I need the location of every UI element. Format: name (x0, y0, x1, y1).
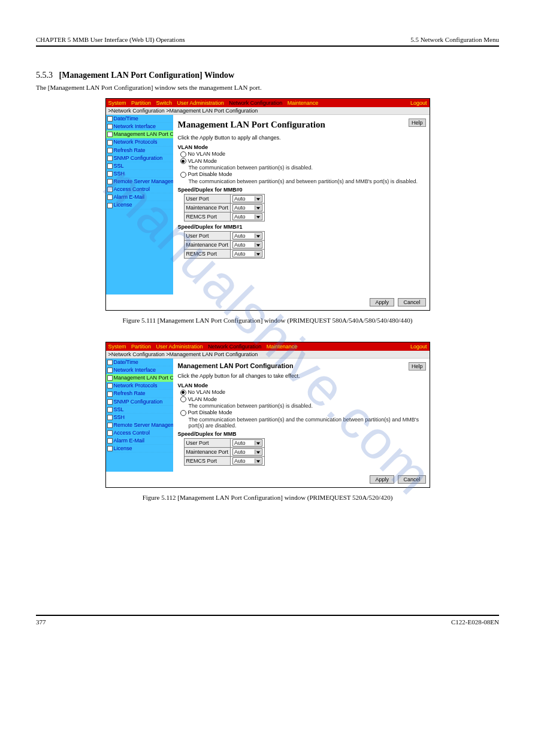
select-maint-port[interactable]: Auto (232, 448, 262, 456)
select-user-port-0[interactable]: Auto (232, 195, 262, 202)
select-remcs-port-1[interactable]: Auto (232, 250, 262, 257)
speed-duplex-table-mmb: User PortAuto Maintenance PortAuto REMCS… (184, 438, 265, 466)
page-title-2: Management LAN Port Configuration (178, 362, 425, 369)
nav-alarm-email[interactable]: Alarm E-Mail (106, 193, 173, 201)
menu-partition-2[interactable]: Partition (131, 344, 151, 350)
table-row: Maintenance PortAuto (184, 240, 265, 249)
row-label: Maintenance Port (184, 240, 231, 249)
nav-license[interactable]: License (106, 201, 173, 209)
row-label: User Port (184, 194, 231, 203)
menu-system[interactable]: System (108, 100, 126, 106)
nav-mgmt-lan-port-2[interactable]: Management LAN Port Configura (106, 374, 173, 382)
menu-maintenance-2[interactable]: Maintenance (267, 344, 298, 350)
logout-link-2[interactable]: Logout (410, 342, 427, 351)
nav-alarm-email-2[interactable]: Alarm E-Mail (106, 437, 173, 445)
speed-duplex-mmb1-label: Speed/Duplex for MMB#1 (178, 224, 425, 230)
select-remcs-port-0[interactable]: Auto (232, 213, 262, 220)
help-button[interactable]: Help (409, 119, 426, 127)
nav-ssh[interactable]: SSH (106, 170, 173, 178)
nav-refresh-rate[interactable]: Refresh Rate (106, 147, 173, 154)
apply-button-2[interactable]: Apply (370, 475, 394, 484)
figure-2-caption: Figure 5.112 [Management LAN Port Config… (36, 494, 499, 501)
section-title: [Management LAN Port Configuration] Wind… (59, 71, 235, 80)
page-title: Management LAN Port Configuration (178, 120, 425, 130)
nav-snmp[interactable]: SNMP Configuration (106, 154, 173, 162)
vlan-desc-2: The communication between partition(s) i… (189, 403, 425, 409)
menu-network-config-2[interactable]: Network Configuration (208, 344, 261, 350)
select-user-port-1[interactable]: Auto (232, 232, 262, 239)
section-number: 5.5.3 (36, 71, 53, 80)
menu-switch[interactable]: Switch (156, 100, 173, 106)
bottom-rule (36, 615, 499, 616)
row-label: User Port (184, 438, 231, 447)
radio-port-disable[interactable]: Port Disable Mode (180, 171, 425, 178)
menu-network-config[interactable]: Network Configuration (229, 100, 282, 106)
select-maint-port-0[interactable]: Auto (232, 204, 262, 211)
nav-remote-server-mgmt[interactable]: Remote Server Management (106, 178, 173, 186)
table-row: User PortAuto (184, 231, 265, 240)
nav-access-control-2[interactable]: Access Control (106, 429, 173, 437)
radio-no-vlan[interactable]: No VLAN Mode (180, 151, 425, 157)
speed-duplex-table-mmb1: User PortAuto Maintenance PortAuto REMCS… (184, 231, 265, 259)
menu-maintenance[interactable]: Maintenance (288, 100, 319, 106)
footer-right: C122-E028-08EN (451, 618, 499, 626)
radio-vlan-2[interactable]: VLAN Mode (180, 396, 425, 403)
nav-license-2[interactable]: License (106, 445, 173, 453)
nav-remote-server-mgmt-2[interactable]: Remote Server Management (106, 421, 173, 429)
nav-network-interface[interactable]: Network Interface (106, 123, 173, 130)
nav-network-interface-2[interactable]: Network Interface (106, 366, 173, 374)
side-nav-2: Date/Time Network Interface Management L… (106, 359, 173, 472)
side-nav: Date/Time Network Interface Management L… (106, 115, 173, 294)
nav-network-protocols-2[interactable]: Network Protocols (106, 382, 173, 390)
nav-snmp-2[interactable]: SNMP Configuration (106, 398, 173, 406)
speed-duplex-table-mmb0: User PortAuto Maintenance PortAuto REMCS… (184, 194, 265, 221)
nav-ssl-2[interactable]: SSL (106, 406, 173, 414)
nav-date-time-2[interactable]: Date/Time (106, 359, 173, 366)
port-disable-desc-2: The communication between partition(s) a… (189, 417, 425, 429)
vlan-mode-label-2: VLAN Mode (178, 382, 425, 388)
apply-button[interactable]: Apply (370, 298, 394, 306)
screenshot-2: System Partition User Administration Net… (105, 342, 430, 488)
radio-no-vlan-2[interactable]: No VLAN Mode (180, 389, 425, 396)
breadcrumb: >Network Configuration >Management LAN P… (106, 107, 430, 115)
table-row: REMCS PortAuto (184, 456, 265, 465)
nav-ssh-2[interactable]: SSH (106, 414, 173, 421)
menu-user-admin-2[interactable]: User Administration (156, 344, 203, 350)
section-body: The [Management LAN Port Configuration] … (36, 84, 499, 91)
row-label: Maintenance Port (184, 447, 231, 456)
vlan-mode-label: VLAN Mode (178, 144, 425, 150)
radio-vlan[interactable]: VLAN Mode (180, 158, 425, 165)
figure-1-caption: Figure 5.111 [Management LAN Port Config… (36, 317, 499, 324)
table-row: Maintenance PortAuto (184, 203, 265, 212)
row-label: User Port (184, 231, 231, 240)
help-button-2[interactable]: Help (409, 362, 426, 371)
select-maint-port-1[interactable]: Auto (232, 241, 262, 248)
nav-mgmt-lan-port[interactable]: Management LAN Port Configuration (106, 130, 173, 138)
table-row: REMCS PortAuto (184, 212, 265, 221)
header-left: CHAPTER 5 MMB User Interface (Web UI) Op… (36, 36, 185, 43)
cancel-button-2[interactable]: Cancel (398, 475, 425, 484)
nav-ssl[interactable]: SSL (106, 162, 173, 170)
logout-link[interactable]: Logout (410, 99, 427, 107)
nav-date-time[interactable]: Date/Time (106, 115, 173, 123)
select-user-port[interactable]: Auto (232, 439, 262, 447)
top-rule (36, 45, 499, 47)
table-row: REMCS PortAuto (184, 249, 265, 258)
screenshot-1: System Partition Switch User Administrat… (105, 98, 430, 311)
port-disable-desc: The communication between partition(s) a… (189, 178, 425, 184)
top-menu-bar-2: System Partition User Administration Net… (106, 342, 430, 351)
button-row-2: Apply Cancel (106, 472, 430, 487)
cancel-button[interactable]: Cancel (398, 298, 425, 306)
radio-port-disable-2[interactable]: Port Disable Mode (180, 409, 425, 416)
menu-user-admin[interactable]: User Administration (177, 100, 224, 106)
nav-network-protocols[interactable]: Network Protocols (106, 138, 173, 146)
breadcrumb-2: >Network Configuration >Management LAN P… (106, 351, 430, 359)
menu-system-2[interactable]: System (108, 344, 126, 350)
speed-duplex-mmb-label: Speed/Duplex for MMB (178, 431, 425, 437)
nav-refresh-rate-2[interactable]: Refresh Rate (106, 390, 173, 397)
content-pane: Help Management LAN Port Configuration C… (173, 115, 430, 294)
menu-partition[interactable]: Partition (131, 100, 151, 106)
select-remcs-port[interactable]: Auto (232, 457, 262, 464)
row-label: Maintenance Port (184, 203, 231, 212)
nav-access-control[interactable]: Access Control (106, 186, 173, 193)
